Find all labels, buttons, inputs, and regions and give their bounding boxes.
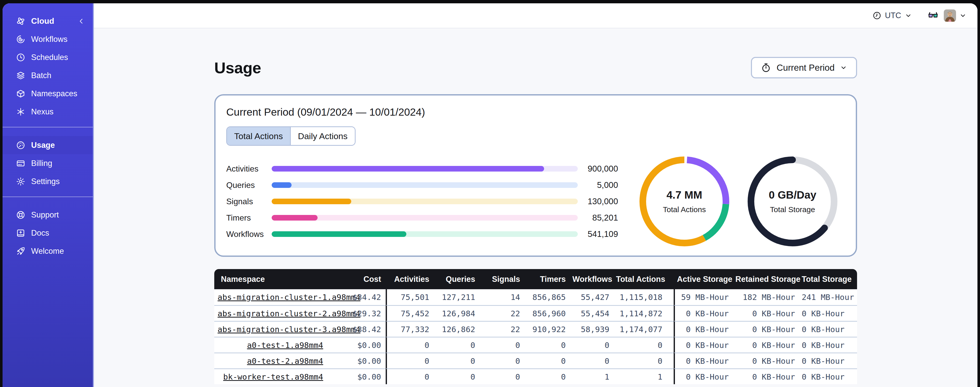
chevron-left-icon[interactable]	[78, 18, 85, 25]
sidebar-item-settings[interactable]: Settings	[3, 172, 93, 190]
bar-track	[272, 215, 578, 221]
sidebar-item-billing[interactable]: Billing	[3, 154, 93, 172]
table-cell: 55,427	[569, 289, 613, 305]
namespace-link[interactable]: abs-migration-cluster-1.a98mm4	[218, 293, 360, 302]
column-header-queries: Queries	[433, 269, 479, 289]
settings-gear-icon	[16, 177, 25, 186]
main-area: UTC	[94, 3, 977, 387]
sidebar-divider	[3, 197, 93, 197]
total-actions-label: Total Actions	[663, 205, 706, 214]
timezone-label: UTC	[885, 11, 901, 20]
column-header-retained-storage: Retained Storage	[732, 269, 799, 289]
support-lifebuoy-icon	[16, 210, 25, 220]
namespace-cell: abs-migration-cluster-3.a98mm4	[214, 321, 326, 337]
table-cell: 0 KB-Hour	[674, 321, 732, 337]
sidebar-item-support[interactable]: Support	[3, 206, 93, 224]
retro-mode-toggle[interactable]	[926, 10, 940, 21]
bar-category-label: Signals	[226, 197, 272, 206]
tab-daily-actions[interactable]: Daily Actions	[290, 127, 355, 145]
table-cell: 0	[433, 368, 479, 384]
bar-track	[272, 182, 578, 188]
usage-gauge-icon	[16, 141, 25, 150]
sidebar-item-welcome[interactable]: Welcome	[3, 242, 93, 260]
sidebar-item-label: Support	[31, 210, 59, 219]
usage-bar-row: Timers85,201	[226, 209, 618, 226]
chevron-down-icon	[840, 64, 847, 72]
namespace-link[interactable]: abs-migration-cluster-2.a98mm4	[218, 309, 360, 318]
table-cell: 0 KB-Hour	[674, 305, 732, 321]
namespace-link[interactable]: abs-migration-cluster-3.a98mm4	[218, 325, 360, 334]
bar-track	[272, 231, 578, 237]
total-actions-value: 4.7 MM	[667, 189, 702, 201]
namespace-cell: a0-test-1.a98mm4	[214, 337, 326, 353]
namespace-link[interactable]: a0-test-1.a98mm4	[247, 341, 323, 350]
table-cell: 856,865	[523, 289, 569, 305]
table-cell: 126,862	[433, 321, 479, 337]
table-cell: 1	[613, 368, 674, 384]
chevron-down-icon	[959, 12, 967, 19]
column-header-signals: Signals	[479, 269, 523, 289]
sidebar-item-label: Workflows	[31, 35, 67, 44]
sidebar: Cloud WorkflowsSchedulesBatchNamespacesN…	[3, 3, 94, 387]
bar-value: 130,000	[578, 197, 618, 206]
sidebar-brand[interactable]: Cloud	[3, 12, 93, 30]
table-cell: 241 MB-Hour	[799, 289, 857, 305]
namespace-usage-table: NamespaceCostActivitiesQueriesSignalsTim…	[214, 269, 857, 384]
tab-total-actions[interactable]: Total Actions	[227, 127, 290, 145]
table-row: a0-test-2.a98mm4$0.000000000 KB-Hour0 KB…	[214, 353, 857, 368]
namespace-link[interactable]: a0-test-2.a98mm4	[247, 357, 323, 366]
sidebar-item-nexus[interactable]: Nexus	[3, 102, 93, 121]
usage-bar-row: Signals130,000	[226, 193, 618, 209]
sidebar-item-label: Usage	[31, 141, 55, 150]
period-dropdown-button[interactable]: Current Period	[751, 57, 857, 78]
timezone-selector[interactable]: UTC	[872, 11, 912, 20]
sidebar-item-label: Welcome	[31, 246, 64, 256]
content: Usage Current Period Current Period (09/…	[94, 28, 977, 387]
table-cell: 0 KB-Hour	[799, 353, 857, 368]
usage-bar-row: Workflows541,109	[226, 226, 618, 242]
sidebar-item-workflows[interactable]: Workflows	[3, 30, 93, 48]
table-cell: 0 KB-Hour	[732, 353, 799, 368]
sidebar-item-schedules[interactable]: Schedules	[3, 48, 93, 66]
bar-fill	[272, 166, 544, 171]
sidebar-item-batch[interactable]: Batch	[3, 66, 93, 85]
table-cell: 0	[523, 337, 569, 353]
total-storage-value: 0 GB/Day	[769, 189, 816, 201]
table-cell: 0	[479, 368, 523, 384]
table-row: a0-test-1.a98mm4$0.000000000 KB-Hour0 KB…	[214, 337, 857, 353]
table-cell: 0 KB-Hour	[732, 337, 799, 353]
period-label: Current Period	[776, 62, 835, 73]
sidebar-item-label: Docs	[31, 229, 49, 238]
sidebar-divider	[3, 127, 93, 127]
table-cell: $0.00	[326, 368, 386, 384]
table-cell: 22	[479, 305, 523, 321]
column-header-active-storage: Active Storage	[674, 269, 732, 289]
table-cell: 0 KB-Hour	[732, 368, 799, 384]
namespace-cell: bk-worker-test.a98mm4	[214, 368, 326, 384]
table-cell: 0 KB-Hour	[674, 337, 732, 353]
nexus-icon	[16, 107, 25, 117]
table-cell: 0 KB-Hour	[674, 368, 732, 384]
sidebar-item-usage[interactable]: Usage	[3, 136, 93, 154]
column-header-total-actions: Total Actions	[613, 269, 674, 289]
table-cell: 77,332	[386, 321, 433, 337]
namespace-link[interactable]: bk-worker-test.a98mm4	[223, 372, 323, 381]
account-menu-trigger[interactable]	[959, 12, 967, 19]
table-row: abs-migration-cluster-1.a98mm4$34.4275,5…	[214, 289, 857, 305]
bar-category-label: Activities	[226, 164, 272, 174]
bar-value: 85,201	[578, 213, 618, 222]
table-cell: 58,939	[569, 321, 613, 337]
table-cell: 14	[479, 289, 523, 305]
bar-fill	[272, 231, 406, 237]
card-title: Current Period (09/01/2024 — 10/01/2024)	[226, 106, 845, 118]
user-avatar-image	[944, 10, 956, 22]
user-avatar[interactable]	[944, 10, 956, 22]
sidebar-item-docs[interactable]: Docs	[3, 224, 93, 242]
table-cell: 0	[523, 368, 569, 384]
table-cell: 0 KB-Hour	[799, 305, 857, 321]
table-cell: 0	[613, 337, 674, 353]
table-cell: 126,984	[433, 305, 479, 321]
table-cell: 0	[433, 337, 479, 353]
sidebar-item-label: Namespaces	[31, 89, 77, 98]
sidebar-item-namespaces[interactable]: Namespaces	[3, 85, 93, 102]
